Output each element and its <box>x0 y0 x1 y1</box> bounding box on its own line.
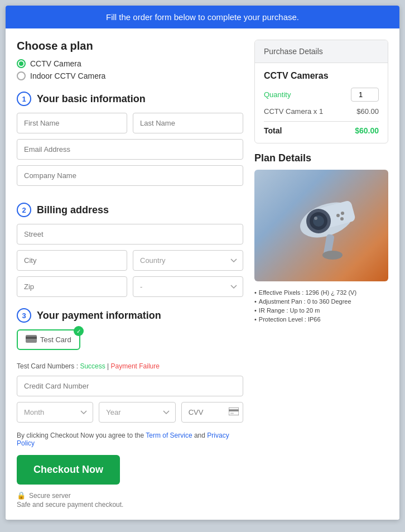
svg-point-10 <box>314 217 317 220</box>
step3-section: 3 Your payment information Test Card <box>17 308 243 509</box>
plan-title: Choose a plan <box>17 40 243 52</box>
checkout-button[interactable]: Checkout Now <box>17 455 120 485</box>
purchase-box: Purchase Details CCTV Cameras Quantity C… <box>254 40 388 143</box>
purchase-body: CCTV Cameras Quantity CCTV Camera x 1 $6… <box>255 63 388 143</box>
svg-rect-1 <box>26 337 37 339</box>
total-row: Total $60.00 <box>264 126 379 135</box>
spec-list: Effective Pixels : 1296 (H) ¿ 732 (V)Adj… <box>254 288 388 324</box>
spec-item: Effective Pixels : 1296 (H) ¿ 732 (V) <box>254 288 388 297</box>
test-card-button[interactable]: Test Card ✓ <box>17 329 80 350</box>
city-input[interactable] <box>17 250 127 271</box>
quantity-input[interactable] <box>351 88 379 102</box>
lock-icon: 🔒 <box>17 491 26 500</box>
year-select[interactable]: Year 2024 2025 <box>99 402 175 423</box>
plan-option-cctv[interactable]: CCTV Camera <box>17 59 243 68</box>
success-link[interactable]: Success <box>80 362 105 370</box>
plan-details-title: Plan Details <box>254 152 388 164</box>
product-name: CCTV Cameras <box>264 71 379 81</box>
cvv-icon <box>229 408 239 418</box>
street-input[interactable] <box>17 224 243 245</box>
step2-number: 2 <box>22 206 26 214</box>
plan-indoor-label: Indoor CCTV Camera <box>30 71 105 80</box>
credit-card-input[interactable] <box>17 376 243 396</box>
svg-point-11 <box>336 214 340 217</box>
total-price: $60.00 <box>355 126 379 135</box>
svg-rect-4 <box>230 413 234 414</box>
svg-rect-3 <box>229 409 239 411</box>
camera-svg <box>277 181 366 270</box>
test-card-label: Test Card <box>40 336 71 344</box>
cvv-wrapper <box>181 402 243 423</box>
step3-title: Your payment information <box>37 310 161 322</box>
radio-cctv[interactable] <box>17 59 26 68</box>
svg-point-15 <box>322 251 343 260</box>
secure-label: Secure server <box>29 492 71 500</box>
step2-header: 2 Billing address <box>17 203 243 217</box>
step2-title: Billing address <box>37 204 109 216</box>
plan-option-indoor[interactable]: Indoor CCTV Camera <box>17 71 243 80</box>
camera-image <box>254 170 388 281</box>
step2-section: 2 Billing address Country United States … <box>17 203 243 297</box>
tc-prefix: Test Card Numbers : <box>17 362 80 370</box>
plan-cctv-label: CCTV Camera <box>30 59 81 68</box>
step1-number: 1 <box>22 95 26 103</box>
quantity-label: Quantity <box>264 90 291 99</box>
terms-prefix: By clicking Checkout Now you agree to th… <box>17 432 146 439</box>
quantity-row: Quantity <box>264 88 379 102</box>
payment-failure-link[interactable]: Payment Failure <box>111 362 160 370</box>
first-name-input[interactable] <box>17 113 127 133</box>
card-icon <box>26 335 37 344</box>
line-item-label: CCTV Camera x 1 <box>264 107 323 116</box>
svg-point-13 <box>341 212 344 215</box>
state-select[interactable]: - California <box>133 276 243 297</box>
zip-input[interactable] <box>17 276 127 297</box>
secure-info: 🔒 Secure server <box>17 491 243 500</box>
step3-header: 3 Your payment information <box>17 308 243 323</box>
price-row: CCTV Camera x 1 $60.00 <box>264 107 379 116</box>
price-divider <box>264 121 379 122</box>
radio-cctv-inner <box>19 61 23 66</box>
line-item-price: $60.00 <box>356 107 379 116</box>
step3-circle: 3 <box>17 308 31 323</box>
main-content: Choose a plan CCTV Camera Indoor CCTV Ca… <box>6 28 399 520</box>
last-name-input[interactable] <box>133 113 243 133</box>
step2-circle: 2 <box>17 203 31 217</box>
name-row <box>17 113 243 133</box>
spec-item: Protection Level : IP66 <box>254 315 388 324</box>
plan-details-section: Plan Details <box>254 152 388 324</box>
safe-text: Safe and secure payment checkout. <box>17 501 243 509</box>
terms-text: By clicking Checkout Now you agree to th… <box>17 432 243 447</box>
step1-header: 1 Your basic information <box>17 92 243 106</box>
total-label: Total <box>264 126 282 135</box>
test-card-check: ✓ <box>74 326 84 336</box>
top-banner: Fill the order form below to complete yo… <box>6 6 399 28</box>
test-card-numbers: Test Card Numbers : Success | Payment Fa… <box>17 362 243 370</box>
step1-circle: 1 <box>17 92 31 106</box>
step1-title: Your basic information <box>37 93 146 105</box>
radio-indoor[interactable] <box>17 71 26 80</box>
spec-item: IR Range : Up to 20 m <box>254 306 388 315</box>
test-card-wrapper: Test Card ✓ <box>17 329 243 357</box>
city-country-row: Country United States United Kingdom <box>17 250 243 271</box>
company-input[interactable] <box>17 165 243 186</box>
checkout-label: Checkout Now <box>33 464 103 475</box>
svg-point-12 <box>340 217 344 221</box>
country-select[interactable]: Country United States United Kingdom <box>133 250 243 271</box>
right-panel: Purchase Details CCTV Cameras Quantity C… <box>254 40 388 509</box>
banner-text: Fill the order form below to complete yo… <box>106 12 299 22</box>
email-input[interactable] <box>17 139 243 160</box>
choose-plan-section: Choose a plan CCTV Camera Indoor CCTV Ca… <box>17 40 243 80</box>
step1-section: 1 Your basic information <box>17 92 243 191</box>
step3-number: 3 <box>22 311 26 320</box>
month-select[interactable]: Month January February <box>17 402 93 423</box>
left-panel: Choose a plan CCTV Camera Indoor CCTV Ca… <box>17 40 243 509</box>
payment-expiry-row: Month January February Year 2024 2025 <box>17 402 243 423</box>
tos-link[interactable]: Term of Service <box>146 432 192 439</box>
terms-middle: and <box>194 432 207 439</box>
spec-item: Adjustment Pan : 0 to 360 Degree <box>254 297 388 306</box>
purchase-header: Purchase Details <box>255 40 388 63</box>
page-wrapper: Fill the order form below to complete yo… <box>6 6 399 520</box>
zip-state-row: - California <box>17 276 243 297</box>
